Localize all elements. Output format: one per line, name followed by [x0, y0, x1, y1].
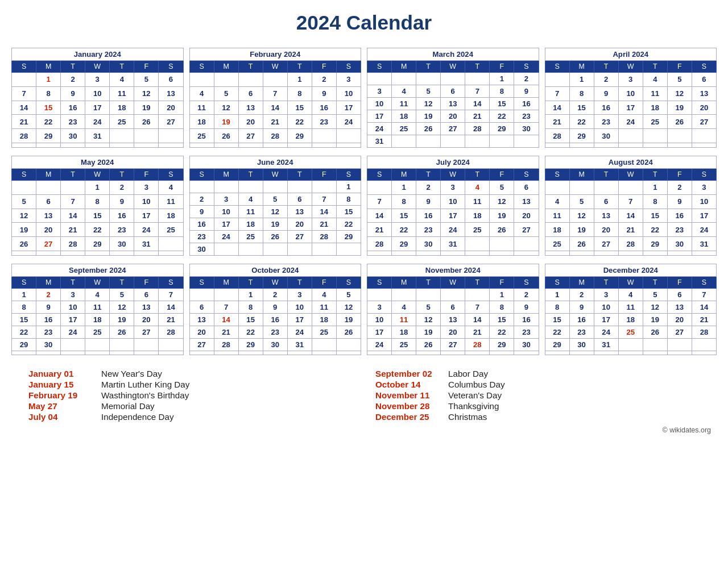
calendar-day: 25 [312, 326, 336, 339]
month-name: July 2024 [367, 156, 539, 169]
calendar-day: 28 [465, 339, 490, 351]
calendar-day: 10 [61, 301, 85, 314]
calendar-day: 18 [189, 115, 214, 129]
day-header: S [545, 169, 569, 181]
calendar-day-empty [392, 251, 416, 256]
calendar-day-empty [667, 251, 692, 256]
month-table-11: November 2024SMTWTFS12345678910111213141… [367, 264, 539, 355]
calendar-day: 25 [392, 339, 416, 351]
day-header: T [594, 277, 618, 289]
calendar-day: 12 [490, 194, 514, 209]
calendar-day: 31 [134, 237, 159, 251]
calendar-day [514, 135, 539, 148]
calendar-day: 26 [336, 326, 361, 339]
calendar-day [85, 339, 110, 351]
calendar-day: 20 [667, 314, 692, 326]
calendar-day: 27 [189, 339, 214, 351]
calendar-day-empty [692, 251, 716, 256]
calendar-day: 6 [238, 86, 263, 101]
calendar-day: 13 [134, 301, 159, 314]
day-header: T [594, 61, 618, 73]
calendar-day: 8 [490, 301, 514, 314]
day-header: W [85, 277, 110, 289]
calendar-day [643, 129, 667, 143]
calendar-day: 9 [514, 301, 539, 314]
calendar-day [569, 181, 594, 195]
calendar-day: 20 [36, 223, 61, 237]
day-header: S [336, 277, 361, 289]
calendar-day: 30 [514, 339, 539, 351]
calendar-day: 14 [465, 314, 490, 326]
calendar-day: 10 [692, 194, 716, 209]
calendar-day: 27 [238, 129, 263, 143]
day-header: S [367, 169, 392, 181]
calendar-day: 11 [312, 301, 336, 314]
calendar-day: 12 [416, 314, 441, 326]
calendar-day [238, 73, 263, 87]
calendar-day: 24 [134, 223, 159, 237]
calendar-day-empty [514, 351, 539, 355]
calendar-day: 18 [85, 314, 110, 326]
calendar-day: 24 [85, 115, 110, 129]
calendar-day-empty [263, 351, 287, 355]
calendar-day-empty [618, 351, 643, 355]
calendar-day: 9 [263, 301, 287, 314]
day-header: M [569, 61, 594, 73]
calendar-day-empty [159, 251, 183, 256]
calendar-day [159, 237, 183, 251]
calendar-day: 13 [692, 86, 716, 101]
calendar-day: 19 [214, 115, 238, 129]
month-name: February 2024 [189, 48, 361, 61]
calendar-day: 13 [287, 206, 312, 218]
calendar-day: 14 [61, 209, 85, 223]
day-header: T [287, 61, 312, 73]
calendar-day: 4 [392, 85, 416, 98]
calendar-day: 1 [643, 181, 667, 195]
calendar-day: 2 [61, 73, 85, 87]
holiday-row: July 04Independence Day [28, 412, 353, 422]
calendar-day: 11 [85, 301, 110, 314]
calendar-day: 8 [490, 85, 514, 98]
calendar-day: 5 [416, 301, 441, 314]
day-header: W [85, 61, 110, 73]
calendar-day: 11 [465, 194, 490, 209]
calendar-day [214, 289, 238, 301]
calendar-day: 1 [238, 289, 263, 301]
calendar-day: 28 [214, 339, 238, 351]
day-header: F [490, 169, 514, 181]
calendar-day-empty [85, 351, 110, 355]
holiday-name: Labor Day [448, 369, 488, 378]
calendar-day: 15 [36, 101, 61, 115]
day-header: S [189, 61, 214, 73]
calendar-day: 5 [12, 194, 36, 209]
day-header: S [159, 169, 183, 181]
day-header: W [85, 169, 110, 181]
month-table-9: September 2024SMTWTFS1234567891011121314… [11, 264, 184, 355]
day-header: M [392, 61, 416, 73]
calendar-day: 4 [159, 181, 183, 195]
calendar-day: 25 [643, 115, 667, 129]
holiday-name: Independence Day [101, 412, 174, 422]
day-header: T [110, 61, 134, 73]
calendar-day-empty [263, 143, 287, 148]
calendar-day-empty [569, 251, 594, 256]
calendar-day [545, 73, 569, 87]
day-header: T [416, 277, 441, 289]
calendar-day: 5 [643, 289, 667, 301]
day-header: F [312, 169, 336, 181]
calendar-day: 6 [159, 73, 183, 87]
calendar-day: 30 [569, 339, 594, 351]
calendar-day: 5 [110, 289, 134, 301]
calendar-day: 18 [545, 223, 569, 237]
calendar-day: 9 [110, 194, 134, 209]
calendar-day: 20 [238, 115, 263, 129]
holidays-right: September 02Labor DayOctober 14Columbus … [375, 369, 700, 423]
calendar-day: 16 [61, 101, 85, 115]
day-header: T [416, 169, 441, 181]
calendar-day: 22 [569, 115, 594, 129]
calendar-day: 5 [667, 73, 692, 87]
calendar-day: 21 [61, 223, 85, 237]
calendar-day: 16 [110, 209, 134, 223]
calendar-day: 5 [336, 289, 361, 301]
calendar-day: 13 [189, 314, 214, 326]
